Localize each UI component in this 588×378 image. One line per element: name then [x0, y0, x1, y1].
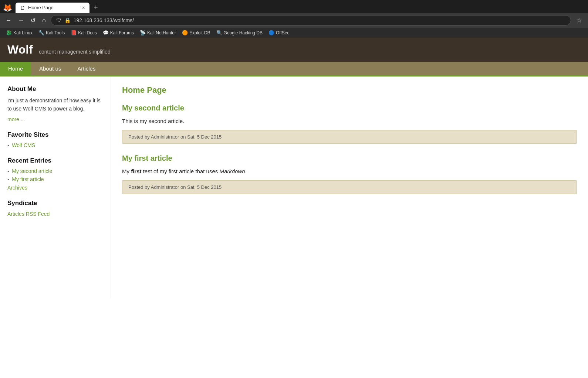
sidebar-favorites-list: Wolf CMS	[7, 142, 103, 148]
bookmark-star-button[interactable]: ☆	[574, 16, 584, 25]
site-tagline: content management simplified	[39, 49, 111, 55]
kali-tools-icon: 🔧	[38, 30, 44, 35]
article-second-title[interactable]: My second article	[122, 104, 577, 112]
sidebar-syndicate-title: Syndicate	[7, 200, 103, 207]
home-button[interactable]: ⌂	[40, 16, 48, 24]
sidebar-recent-title: Recent Entries	[7, 157, 103, 164]
tab-page-icon: 🗋	[20, 5, 25, 11]
tab-title: Home Page	[28, 5, 79, 10]
sidebar-about-section: About Me I'm just a demonstration of how…	[7, 85, 103, 122]
bookmark-exploit-db[interactable]: 🟠 Exploit-DB	[180, 29, 213, 36]
sidebar-favorites-section: Favorite Sites Wolf CMS	[7, 131, 103, 148]
sidebar-favorites-title: Favorite Sites	[7, 131, 103, 139]
bookmark-label: Google Hacking DB	[224, 30, 263, 35]
nav-home[interactable]: Home	[0, 62, 31, 75]
sidebar-more-link[interactable]: more ...	[7, 116, 25, 122]
bookmark-label: Exploit-DB	[189, 30, 210, 35]
site-header: Wolf content management simplified	[0, 38, 588, 62]
rss-feed-link[interactable]: Articles RSS Feed	[7, 211, 50, 217]
list-item: My second article	[7, 168, 103, 174]
bookmark-offsec[interactable]: 🔵 OffSec	[266, 29, 291, 36]
sidebar-recent-list: My second article My first article	[7, 168, 103, 182]
article-first-meta: Posted by Administrator on Sat, 5 Dec 20…	[122, 180, 577, 194]
article-first-body: My first test of my first article that u…	[122, 167, 577, 176]
recent-first-article-link[interactable]: My first article	[12, 176, 44, 182]
list-item: My first article	[7, 176, 103, 182]
nav-about[interactable]: About us	[31, 62, 69, 75]
browser-chrome: 🦊 🗋 Home Page × + ← → ↺ ⌂ 🛡 🔒 192.168.23…	[0, 0, 588, 38]
wolf-cms-link[interactable]: Wolf CMS	[12, 142, 35, 148]
sidebar-recent-section: Recent Entries My second article My firs…	[7, 157, 103, 191]
kali-forums-icon: 💬	[103, 30, 109, 35]
sidebar-about-text: I'm just a demonstration of how easy it …	[7, 96, 103, 113]
bookmark-kali-linux[interactable]: 🐉 Kali Linux	[4, 29, 35, 36]
article-second: My second article This is my second arti…	[122, 104, 577, 144]
exploit-db-icon: 🟠	[182, 30, 188, 35]
sidebar-about-title: About Me	[7, 85, 103, 93]
address-text[interactable]: 192.168.236.133/wolfcms/	[74, 17, 134, 23]
article-body-bold: first	[131, 168, 141, 174]
article-body-end: .	[245, 168, 247, 174]
article-second-meta: Posted by Administrator on Sat, 5 Dec 20…	[122, 130, 577, 144]
nav-articles[interactable]: Articles	[69, 62, 104, 75]
reload-button[interactable]: ↺	[29, 16, 37, 25]
browser-tab-active[interactable]: 🗋 Home Page ×	[16, 3, 89, 13]
bookmark-label: Kali Linux	[13, 30, 33, 35]
offsec-icon: 🔵	[268, 30, 274, 35]
page-title: Home Page	[122, 85, 577, 95]
bookmark-label: Kali Docs	[78, 30, 97, 35]
bookmark-kali-tools[interactable]: 🔧 Kali Tools	[36, 29, 67, 36]
lock-icon: 🔒	[64, 17, 71, 23]
address-bar[interactable]: 🛡 🔒 192.168.236.133/wolfcms/	[51, 15, 571, 25]
article-second-body: This is my second article.	[122, 117, 577, 126]
site-body: About Me I'm just a demonstration of how…	[0, 76, 588, 298]
bookmark-google-hacking-db[interactable]: 🔍 Google Hacking DB	[214, 29, 265, 36]
shield-icon: 🛡	[56, 17, 61, 23]
article-body-rest: test of my first article that uses	[142, 168, 220, 174]
bookmark-label: Kali NetHunter	[147, 30, 176, 35]
article-first-title[interactable]: My first article	[122, 154, 577, 163]
article-first: My first article My first test of my fir…	[122, 154, 577, 194]
main-content: Home Page My second article This is my s…	[111, 76, 588, 298]
sidebar-syndicate-section: Syndicate Articles RSS Feed	[7, 200, 103, 217]
back-button[interactable]: ←	[4, 16, 13, 24]
sidebar: About Me I'm just a demonstration of how…	[0, 76, 111, 298]
kali-docs-icon: 📕	[71, 30, 77, 35]
website: Wolf content management simplified Home …	[0, 38, 588, 298]
tab-close-button[interactable]: ×	[82, 5, 85, 11]
browser-tab-bar: 🦊 🗋 Home Page × +	[0, 0, 588, 13]
article-body-prefix: My	[122, 168, 131, 174]
bookmark-kali-forums[interactable]: 💬 Kali Forums	[101, 29, 136, 36]
archives-link[interactable]: Archives	[7, 185, 27, 191]
site-title: Wolf	[7, 43, 33, 56]
firefox-icon: 🦊	[3, 3, 12, 12]
site-nav: Home About us Articles	[0, 62, 588, 76]
bookmark-kali-docs[interactable]: 📕 Kali Docs	[68, 29, 99, 36]
bookmarks-bar: 🐉 Kali Linux 🔧 Kali Tools 📕 Kali Docs 💬 …	[0, 28, 588, 38]
bookmark-label: OffSec	[276, 30, 289, 35]
kali-linux-icon: 🐉	[6, 30, 12, 35]
google-hacking-icon: 🔍	[216, 30, 222, 35]
new-tab-button[interactable]: +	[91, 2, 101, 13]
recent-second-article-link[interactable]: My second article	[12, 168, 52, 174]
bookmark-label: Kali Forums	[110, 30, 134, 35]
list-item: Wolf CMS	[7, 142, 103, 148]
browser-toolbar: ← → ↺ ⌂ 🛡 🔒 192.168.236.133/wolfcms/ ☆	[0, 13, 588, 28]
forward-button[interactable]: →	[16, 16, 26, 24]
bookmark-kali-nethunter[interactable]: 📡 Kali NetHunter	[138, 29, 178, 36]
kali-nethunter-icon: 📡	[140, 30, 146, 35]
bookmark-label: Kali Tools	[46, 30, 65, 35]
article-body-italic: Markdown	[219, 168, 245, 174]
